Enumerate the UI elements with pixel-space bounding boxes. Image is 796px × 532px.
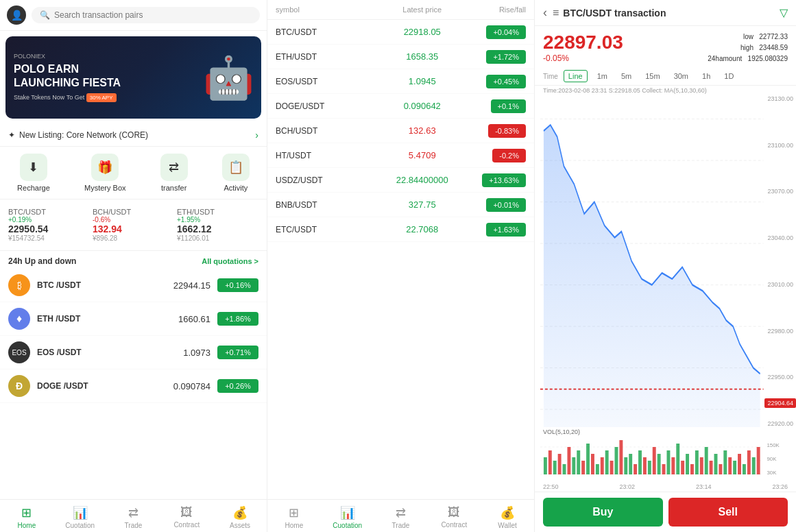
filter-icon[interactable]: ▽: [780, 6, 788, 19]
activity-label: Activity: [224, 184, 248, 192]
sell-button[interactable]: Sell: [668, 498, 788, 527]
all-quotes-link[interactable]: All quotations >: [202, 257, 258, 265]
avatar-icon[interactable]: 👤: [7, 5, 26, 25]
nav-cuotation[interactable]: 📊 Cuotation: [63, 505, 97, 529]
table-row[interactable]: ETH/USDT 1658.35 +1.72%: [267, 45, 534, 69]
coin-list: ₿ BTC /USDT 22944.15 +0.16% ♦ ETH /USDT …: [0, 269, 267, 499]
p2-home-icon: ⊞: [289, 505, 299, 520]
time-btn-1h[interactable]: 1h: [698, 71, 714, 82]
market-change-doge: +0.1%: [471, 101, 526, 111]
market-symbol-ht: HT/USDT: [276, 151, 374, 160]
time-btn-5m[interactable]: 5m: [617, 71, 636, 82]
p2-cuotation-icon: 📊: [340, 505, 355, 520]
vol-area: VOL(5,10,20): [535, 427, 796, 482]
svg-rect-47: [705, 447, 708, 474]
banner-title: POLO EARNLAUNCHING FIESTA: [14, 62, 121, 88]
time-btn-30m[interactable]: 30m: [670, 71, 692, 82]
price-cell-btc[interactable]: BTC/USDT +0.19% 22950.54 ¥154732.54: [8, 205, 90, 245]
svg-rect-27: [610, 461, 614, 474]
table-row[interactable]: BNB/USDT 327.75 +0.01%: [267, 193, 534, 217]
time-btn-line[interactable]: Line: [564, 70, 588, 82]
price-pair-eth: ETH/USDT: [177, 208, 258, 216]
price-value-eth: 1662.12: [177, 223, 258, 234]
svg-rect-17: [563, 464, 566, 474]
x-label-2: 23:02: [619, 483, 635, 490]
nav-trade[interactable]: ⇄ Trade: [116, 505, 150, 529]
table-row[interactable]: BCH/USDT 132.63 -0.83%: [267, 119, 534, 143]
x-label-1: 22:50: [543, 483, 559, 490]
svg-text:150K: 150K: [767, 442, 780, 448]
table-row[interactable]: DOGE/USDT 0.090642 +0.1%: [267, 94, 534, 119]
search-input[interactable]: [54, 10, 252, 20]
vol-label: VOL(5,10,20): [540, 427, 791, 437]
table-row[interactable]: USDZ/USDT 22.84400000 +13.63%: [267, 168, 534, 193]
back-button[interactable]: ‹: [543, 5, 547, 20]
time-btn-1m[interactable]: 1m: [593, 71, 612, 82]
svg-marker-8: [544, 125, 760, 427]
time-btn-1d[interactable]: 1D: [720, 71, 738, 82]
quick-action-transfer[interactable]: ⇄ transfer: [160, 154, 188, 192]
search-bar[interactable]: 🔍: [32, 7, 260, 23]
quick-action-activity[interactable]: 📋 Activity: [222, 154, 250, 192]
table-row[interactable]: HT/USDT 5.4709 -0.2%: [267, 143, 534, 168]
table-row[interactable]: EOS/USDT 1.0945 +0.45%: [267, 69, 534, 94]
buy-button[interactable]: Buy: [543, 498, 663, 527]
p2-nav-contract[interactable]: 🖼 Contract: [437, 505, 471, 529]
market-symbol-bch: BCH/USDT: [276, 126, 374, 136]
p2-nav-cuotation[interactable]: 📊 Cuotation: [330, 505, 365, 529]
p2-nav-wallet[interactable]: 💰 Wallet: [490, 505, 524, 529]
new-listing[interactable]: ✦ New Listing: Core Network (CORE) ›: [0, 124, 267, 147]
market-change-etc: +1.63%: [471, 225, 526, 234]
price-cny-eth: ¥11206.01: [177, 234, 258, 242]
list-item[interactable]: Ð DOGE /USDT 0.090784 +0.26%: [0, 370, 267, 403]
vol-chart: 150K 90K 30K: [540, 437, 791, 478]
svg-rect-39: [666, 450, 670, 474]
svg-rect-24: [596, 464, 599, 474]
quick-action-recharge[interactable]: ⬇ Recharge: [17, 154, 50, 192]
banner: POLONIEX POLO EARNLAUNCHING FIESTA Stake…: [5, 36, 261, 119]
panel1-bottom-nav: ⊞ Home 📊 Cuotation ⇄ Trade 🖼 Contract 💰 …: [0, 499, 267, 532]
stat-amount: 24hamount 1925.080329: [708, 53, 788, 64]
list-item[interactable]: EOS EOS /USDT 1.0973 +0.71%: [0, 336, 267, 370]
price-grid: BTC/USDT +0.19% 22950.54 ¥154732.54 BCH/…: [0, 200, 267, 251]
svg-rect-25: [601, 457, 604, 474]
nav-contract-label: Contract: [173, 521, 200, 529]
updown-title: 24h Up and down: [8, 256, 76, 266]
stat-high: high 23448.59: [708, 43, 788, 53]
svg-rect-35: [648, 461, 651, 474]
p2-wallet-icon: 💰: [500, 505, 515, 520]
contract-icon: 🖼: [180, 505, 193, 520]
nav-contract[interactable]: 🖼 Contract: [169, 505, 204, 529]
p2-nav-contract-label: Contract: [441, 521, 467, 529]
svg-rect-15: [553, 461, 557, 474]
p2-nav-trade-label: Trade: [392, 522, 410, 529]
quick-action-mystery-box[interactable]: 🎁 Mystery Box: [84, 154, 126, 192]
listing-icon: ✦: [8, 130, 15, 140]
price-cell-eth[interactable]: ETH/USDT +1.95% 1662.12 ¥11206.01: [177, 205, 258, 245]
table-row[interactable]: ETC/USDT 22.7068 +1.63%: [267, 217, 534, 242]
nav-cuotation-label: Cuotation: [65, 522, 95, 529]
big-price: 22897.03: [543, 32, 623, 53]
svg-rect-20: [577, 450, 580, 474]
market-change-bch: -0.83%: [471, 126, 526, 136]
svg-rect-38: [662, 464, 666, 474]
nav-assets-label: Assets: [230, 522, 250, 529]
time-btn-15m[interactable]: 15m: [641, 71, 664, 82]
panel3: ‹ ≡ BTC/USDT transaction ▽ 22897.03 -0.0…: [535, 0, 796, 532]
nav-home[interactable]: ⊞ Home: [10, 505, 44, 529]
banner-badge: 30% APY: [86, 93, 117, 102]
time-label: Time: [543, 73, 558, 80]
banner-desc: Stake Tokens Now To Get 30% APY: [14, 90, 121, 102]
table-row[interactable]: BTC/USDT 22918.05 +0.04%: [267, 20, 534, 45]
svg-rect-40: [671, 457, 675, 474]
nav-assets[interactable]: 💰 Assets: [223, 505, 257, 529]
list-item[interactable]: ♦ ETH /USDT 1660.61 +1.86%: [0, 302, 267, 336]
eth-icon: ♦: [8, 308, 30, 330]
price-cell-bch[interactable]: BCH/USDT -0.6% 132.94 ¥896.28: [93, 205, 174, 245]
svg-text:30K: 30K: [767, 470, 777, 476]
list-item[interactable]: ₿ BTC /USDT 22944.15 +0.16%: [0, 269, 267, 302]
panel2: symbol Latest price Rise/fall BTC/USDT 2…: [267, 0, 535, 532]
p2-nav-home[interactable]: ⊞ Home: [277, 505, 311, 529]
p2-nav-trade[interactable]: ⇄ Trade: [383, 505, 418, 529]
svg-rect-13: [544, 457, 547, 474]
